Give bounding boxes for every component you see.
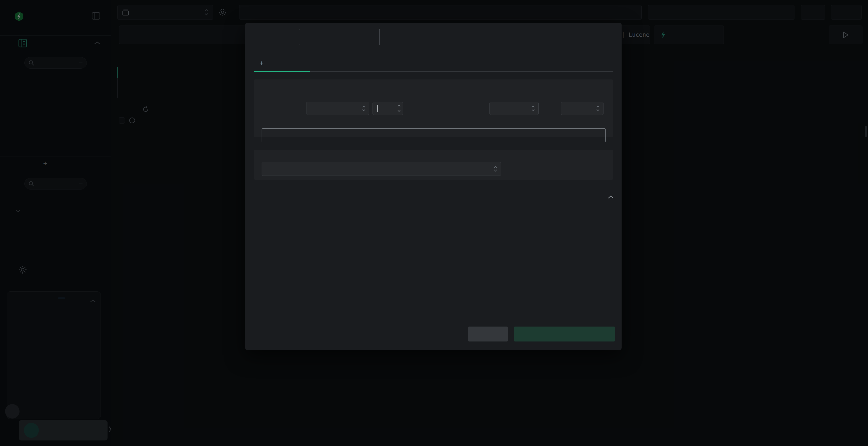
window-select[interactable]	[490, 102, 539, 115]
threshold-input[interactable]	[373, 102, 403, 115]
chevron-updown-icon	[596, 105, 600, 112]
tab-underline-active	[254, 71, 310, 72]
saved-search-name-input[interactable]	[299, 29, 380, 45]
plus-icon: +	[260, 59, 264, 66]
save-search-with-alert-button[interactable]	[514, 327, 615, 341]
text-cursor	[377, 105, 378, 112]
app-window: +	[0, 0, 868, 446]
webhook-select[interactable]	[261, 162, 501, 176]
number-spinner[interactable]	[395, 102, 403, 115]
trigger-panel	[254, 79, 613, 137]
alert-modal: +	[245, 23, 622, 350]
collapse-chart-chevron-icon[interactable]	[608, 195, 614, 199]
chevron-updown-icon	[531, 105, 535, 112]
send-to-panel	[254, 150, 613, 180]
tab-new-alert[interactable]: +	[260, 59, 267, 66]
chevron-updown-icon	[494, 166, 497, 172]
condition-select[interactable]	[306, 102, 369, 115]
chevron-updown-icon	[362, 105, 366, 112]
threshold-chart	[251, 209, 622, 295]
grouped-by-input[interactable]	[261, 128, 606, 142]
channel-select[interactable]	[561, 102, 603, 115]
tab-underline-track	[254, 71, 613, 72]
cancel-button[interactable]	[468, 327, 508, 341]
